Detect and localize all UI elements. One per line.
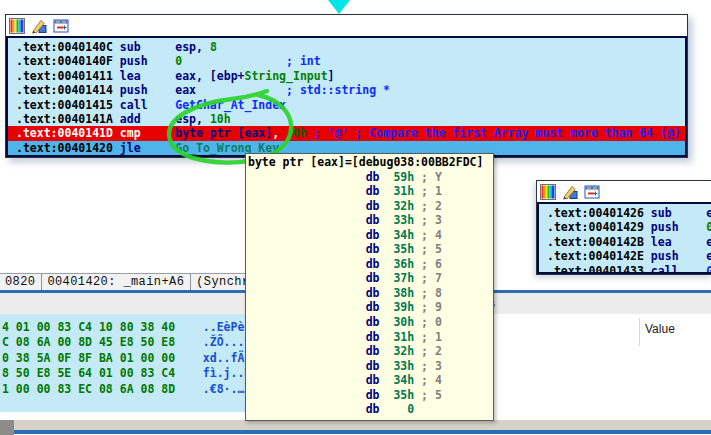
disasm-line[interactable]: .text:00401414 push eax ; std::string * <box>8 83 685 97</box>
tooltip-title: byte ptr [eax]=[debug038:00BB2FDC] <box>248 155 493 170</box>
disasm-line[interactable]: .text:00401426 sub es <box>539 206 711 220</box>
palette-icon[interactable] <box>9 18 25 34</box>
disasm-line[interactable]: .text:0040141D cmp byte ptr [eax], 40h ;… <box>8 126 685 140</box>
tooltip-byte-row: db 38h ; 8 <box>248 286 493 301</box>
disasm-line[interactable]: .text:00401415 call GetChar_At_Index <box>8 98 685 112</box>
disassembly-window-main: .text:0040140C sub esp, 8.text:0040140F … <box>5 14 688 158</box>
tooltip-byte-row: db 33h ; 3 <box>248 359 493 374</box>
edit-icon[interactable] <box>562 184 578 200</box>
tooltip-byte-row: db 32h ; 2 <box>248 344 493 359</box>
disasm-line[interactable]: .text:0040142B lea ea <box>539 235 711 249</box>
tooltip-byte-row: db 33h ; 3 <box>248 213 493 228</box>
disasm-line[interactable]: .text:0040142E push ea <box>539 249 711 263</box>
disasm-line[interactable]: .text:00401433 call Ge <box>539 264 711 274</box>
column-separator[interactable] <box>639 318 640 346</box>
tooltip-byte-row: db 35h ; 5 <box>248 388 493 403</box>
tooltip-byte-row: db 59h ; Y <box>248 170 493 185</box>
tooltip-byte-row: db 31h ; 1 <box>248 184 493 199</box>
tooltip-byte-row: db 34h ; 4 <box>248 373 493 388</box>
palette-icon[interactable] <box>540 184 556 200</box>
tooltip-byte-row: db 35h ; 5 <box>248 242 493 257</box>
disasm-line[interactable]: .text:0040141A add esp, 10h <box>8 112 685 126</box>
tooltip-byte-row: db 39h ; 9 <box>248 300 493 315</box>
scrollbar-corner <box>0 420 14 435</box>
edit-icon[interactable] <box>31 18 47 34</box>
sync-icon[interactable] <box>584 184 600 200</box>
tooltip-byte-row: db 34h ; 4 <box>248 228 493 243</box>
disassembly-view-secondary[interactable]: .text:00401426 sub es.text:00401429 push… <box>537 202 711 274</box>
tooltip-byte-row: db 36h ; 6 <box>248 257 493 272</box>
tooltip-byte-row: db 32h ; 2 <box>248 199 493 214</box>
disasm-line[interactable]: .text:0040140C sub esp, 8 <box>8 40 685 54</box>
horizontal-scrollbar[interactable] <box>0 420 711 430</box>
tooltip-byte-row: db 31h ; 1 <box>248 330 493 345</box>
tooltip-byte-row: db 30h ; 0 <box>248 315 493 330</box>
tooltip-byte-rows: db 59h ; Y db 31h ; 1 db 32h ; 2 db 33h … <box>248 170 493 417</box>
disassembly-window-secondary: .text:00401426 sub es.text:00401429 push… <box>536 180 711 275</box>
value-column-header[interactable]: Value <box>645 322 675 336</box>
hint-tooltip: byte ptr [eax]=[debug038:00BB2FDC] db 59… <box>245 153 494 421</box>
disassembly-toolbar-secondary <box>537 181 711 202</box>
disassembly-toolbar <box>6 15 687 36</box>
disasm-line[interactable]: .text:00401411 lea eax, [ebp+String_Inpu… <box>8 69 685 83</box>
flow-arrow-icon <box>328 0 350 14</box>
window-bottom-edge <box>0 430 711 434</box>
sync-icon[interactable] <box>53 18 69 34</box>
tooltip-byte-row: db 37h ; 7 <box>248 271 493 286</box>
ida-debugger-workspace: .text:0040140C sub esp, 8.text:0040140F … <box>0 0 711 435</box>
disassembly-view-main[interactable]: .text:0040140C sub esp, 8.text:0040140F … <box>6 36 687 157</box>
disasm-line[interactable]: .text:0040140F push 0 ; int <box>8 54 685 68</box>
disasm-line[interactable]: .text:00401429 push 0 <box>539 220 711 234</box>
tooltip-byte-row: db 0 <box>248 402 493 417</box>
